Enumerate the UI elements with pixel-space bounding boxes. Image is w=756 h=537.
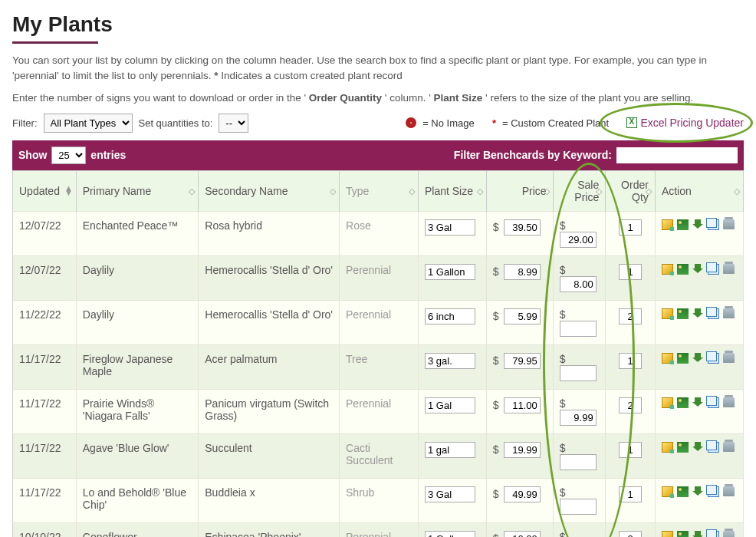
- trash-icon[interactable]: [723, 264, 735, 274]
- price-input[interactable]: [504, 397, 541, 413]
- trash-icon[interactable]: [723, 486, 735, 496]
- trash-icon[interactable]: [723, 531, 735, 537]
- edit-icon[interactable]: [662, 353, 673, 364]
- download-icon[interactable]: [692, 219, 704, 230]
- col-sale-price[interactable]: Sale Price◇: [553, 170, 606, 211]
- edit-icon[interactable]: [662, 219, 673, 230]
- image-icon[interactable]: [677, 531, 689, 537]
- sale-price-input[interactable]: [560, 276, 597, 292]
- set-qty-select[interactable]: --: [219, 114, 248, 133]
- plant-size-input[interactable]: [425, 486, 475, 502]
- copy-icon[interactable]: [708, 442, 719, 453]
- plant-size-input[interactable]: [425, 531, 475, 537]
- cell-plant-size: [418, 300, 486, 344]
- order-qty-input[interactable]: [619, 353, 642, 369]
- trash-icon[interactable]: [723, 442, 735, 452]
- trash-icon[interactable]: [723, 397, 735, 407]
- sale-price-input[interactable]: [560, 232, 597, 248]
- price-input[interactable]: [504, 486, 541, 502]
- download-icon[interactable]: [692, 531, 704, 537]
- image-icon[interactable]: [677, 397, 689, 408]
- col-order-qty[interactable]: Order Qty◇: [606, 170, 656, 211]
- copy-icon[interactable]: [708, 397, 719, 408]
- edit-icon[interactable]: [662, 264, 673, 275]
- plant-size-input[interactable]: [425, 353, 475, 369]
- filter-keyword-input[interactable]: [616, 147, 738, 163]
- order-qty-input[interactable]: [619, 397, 642, 413]
- cell-primary: Daylily: [76, 255, 199, 300]
- price-input[interactable]: [504, 264, 541, 280]
- order-qty-input[interactable]: [619, 486, 642, 502]
- copy-icon[interactable]: [708, 308, 719, 319]
- plant-size-input[interactable]: [425, 264, 475, 280]
- filter-label: Filter:: [12, 117, 38, 129]
- intro2-oq: Order Quantity: [309, 92, 382, 104]
- col-updated[interactable]: Updated▲▼: [13, 170, 77, 211]
- col-primary-name[interactable]: Primary Name◇: [76, 170, 199, 211]
- sale-price-input[interactable]: [560, 410, 597, 426]
- order-qty-input[interactable]: [619, 219, 642, 236]
- cell-secondary: Panicum virgatum (Switch Grass): [199, 389, 340, 433]
- edit-icon[interactable]: [662, 531, 673, 537]
- col-type[interactable]: Type◇: [340, 170, 419, 211]
- sale-price-input[interactable]: [560, 454, 597, 470]
- col-price[interactable]: Price◇: [486, 170, 553, 211]
- order-qty-input[interactable]: [619, 308, 642, 325]
- cell-primary: Coneflower: [76, 522, 199, 537]
- col-plant-size[interactable]: Plant Size◇: [418, 170, 486, 211]
- price-input[interactable]: [504, 442, 541, 458]
- order-qty-input[interactable]: [619, 442, 642, 458]
- table-row: 10/10/22ConeflowerEchinacea 'Phoenix'Per…: [13, 522, 744, 537]
- plant-size-input[interactable]: [425, 308, 475, 325]
- trash-icon[interactable]: [723, 308, 735, 318]
- order-qty-input[interactable]: [619, 531, 642, 537]
- copy-icon[interactable]: [708, 486, 719, 497]
- price-input[interactable]: [504, 353, 541, 369]
- sale-price-input[interactable]: [560, 321, 597, 337]
- filter-select[interactable]: All Plant Types: [44, 114, 133, 133]
- download-icon[interactable]: [692, 353, 704, 364]
- col-action[interactable]: Action◇: [655, 170, 743, 211]
- download-icon[interactable]: [692, 442, 704, 453]
- trash-icon[interactable]: [723, 353, 735, 363]
- page-length-select[interactable]: 25: [51, 147, 86, 164]
- order-qty-input[interactable]: [619, 264, 642, 280]
- cell-secondary: Rosa hybrid: [199, 211, 340, 255]
- price-input[interactable]: [504, 219, 541, 236]
- image-icon[interactable]: [677, 442, 689, 453]
- star-icon: *: [492, 117, 496, 129]
- excel-pricing-link[interactable]: Excel Pricing Updater: [626, 117, 744, 129]
- price-input[interactable]: [504, 531, 541, 537]
- col-secondary-name[interactable]: Secondary Name◇: [199, 170, 340, 211]
- excel-icon: [626, 117, 637, 128]
- copy-icon[interactable]: [708, 264, 719, 275]
- sale-price-input[interactable]: [560, 499, 597, 515]
- plant-size-input[interactable]: [425, 219, 475, 236]
- plant-size-input[interactable]: [425, 397, 475, 413]
- image-icon[interactable]: [677, 219, 689, 230]
- download-icon[interactable]: [692, 486, 704, 497]
- intro-asterisk: *: [214, 70, 218, 81]
- no-image-legend: = No Image: [422, 117, 475, 129]
- intro2-a: Enter the number of signs you want to do…: [12, 92, 306, 104]
- download-icon[interactable]: [692, 264, 704, 275]
- price-input[interactable]: [504, 308, 541, 325]
- edit-icon[interactable]: [662, 442, 673, 453]
- intro-part-b: Indicates a custom created plant record: [221, 70, 402, 81]
- edit-icon[interactable]: [662, 486, 673, 497]
- edit-icon[interactable]: [662, 397, 673, 408]
- copy-icon[interactable]: [708, 353, 719, 364]
- image-icon[interactable]: [677, 353, 689, 364]
- copy-icon[interactable]: [708, 531, 719, 537]
- sale-price-input[interactable]: [560, 365, 597, 381]
- image-icon[interactable]: [677, 308, 689, 319]
- image-icon[interactable]: [677, 486, 689, 497]
- plant-size-input[interactable]: [425, 442, 475, 458]
- download-icon[interactable]: [692, 308, 704, 319]
- edit-icon[interactable]: [662, 308, 673, 319]
- image-icon[interactable]: [677, 264, 689, 275]
- download-icon[interactable]: [692, 397, 704, 408]
- trash-icon[interactable]: [723, 219, 735, 229]
- cell-sale-price: $: [553, 478, 606, 522]
- copy-icon[interactable]: [708, 219, 719, 230]
